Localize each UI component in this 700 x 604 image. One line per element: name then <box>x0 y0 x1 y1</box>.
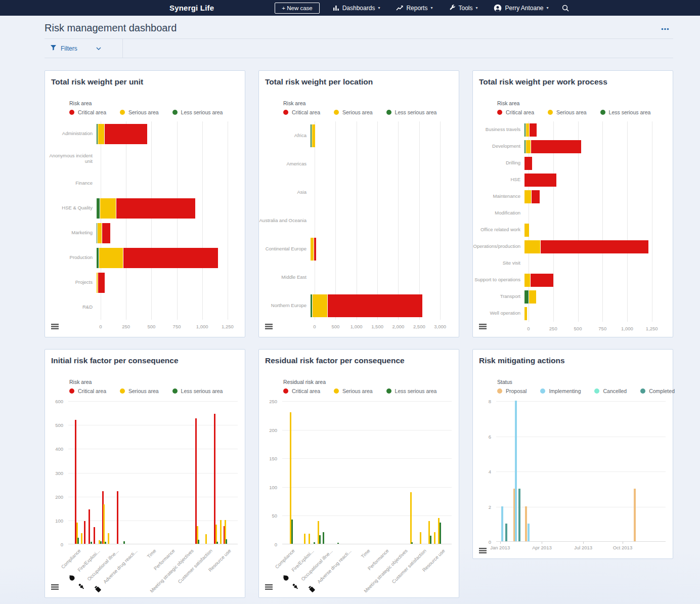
bar-segment-serious[interactable] <box>524 307 527 320</box>
bar-segment-serious[interactable] <box>524 190 531 203</box>
bar-segment-serious[interactable] <box>524 274 530 287</box>
bar-less-serious-area[interactable] <box>430 536 431 544</box>
bar-less-serious-area[interactable] <box>291 520 293 544</box>
legend-item-serious-area[interactable]: Serious area <box>120 388 159 394</box>
legend-item-critical-area[interactable]: Critical area <box>283 388 320 394</box>
bar-segment-serious[interactable] <box>529 290 536 304</box>
bar-less-serious-area[interactable] <box>216 542 218 544</box>
bar-less-serious-area[interactable] <box>319 535 321 544</box>
bar-serious-area[interactable] <box>309 534 310 544</box>
bar-serious-area[interactable] <box>304 534 305 544</box>
legend-item-critical-area[interactable]: Critical area <box>497 109 534 115</box>
bar-less-serious-area[interactable] <box>323 532 324 544</box>
bar-critical-area[interactable] <box>94 527 95 544</box>
hamburger-icon[interactable] <box>478 322 488 332</box>
menu-reports[interactable]: Reports ▾ <box>393 3 435 14</box>
bar-less-serious-area[interactable] <box>91 542 92 544</box>
bar-segment-critical[interactable] <box>524 174 556 187</box>
bar-serious-area[interactable] <box>420 532 421 544</box>
legend-item-critical-area[interactable]: Critical area <box>69 388 106 394</box>
bar-segment-critical[interactable] <box>531 140 581 153</box>
bar-proposal[interactable] <box>525 506 527 542</box>
bar-segment-serious[interactable] <box>100 198 116 219</box>
bar-segment-serious[interactable] <box>524 224 529 237</box>
bar-less-serious-area[interactable] <box>100 541 102 544</box>
bar-less-serious-area[interactable] <box>198 540 199 544</box>
bar-segment-critical[interactable] <box>524 157 532 170</box>
legend-item-critical-area[interactable]: Critical area <box>69 109 106 115</box>
bar-segment-critical[interactable] <box>116 198 195 219</box>
hamburger-icon[interactable] <box>50 583 60 592</box>
bar-segment-serious[interactable] <box>526 140 531 153</box>
bar-segment-serious[interactable] <box>312 294 328 317</box>
legend-item-less-serious-area[interactable]: Less serious area <box>172 109 223 115</box>
bar-proposal[interactable] <box>634 489 636 541</box>
legend-item-implementing[interactable]: Implementing <box>540 388 581 394</box>
bar-less-serious-area[interactable] <box>440 523 441 544</box>
bar-less-serious-area[interactable] <box>411 542 413 544</box>
bar-segment-critical[interactable] <box>540 240 648 253</box>
legend-item-critical-area[interactable]: Critical area <box>283 109 320 115</box>
hamburger-icon[interactable] <box>50 322 60 332</box>
menu-tools[interactable]: Tools ▾ <box>446 3 480 14</box>
bar-less-serious-area[interactable] <box>337 543 339 544</box>
bar-less-serious-area[interactable] <box>77 538 79 544</box>
legend-item-serious-area[interactable]: Serious area <box>334 109 373 115</box>
bar-serious-area[interactable] <box>215 525 217 544</box>
bar-completed[interactable] <box>518 489 520 541</box>
bar-segment-serious[interactable] <box>99 248 123 268</box>
menu-dashboards[interactable]: Dashboards ▾ <box>330 3 383 14</box>
legend-item-less-serious-area[interactable]: Less serious area <box>386 109 437 115</box>
bar-critical-area[interactable] <box>117 491 118 544</box>
legend-item-less-serious-area[interactable]: Less serious area <box>386 388 437 394</box>
hamburger-icon[interactable] <box>264 322 274 332</box>
bar-serious-area[interactable] <box>410 492 412 544</box>
menu-user[interactable]: Perry Antoane ▾ <box>491 2 551 14</box>
bar-segment-critical[interactable] <box>104 124 147 144</box>
bar-serious-area[interactable] <box>434 532 435 544</box>
legend-item-cancelled[interactable]: Cancelled <box>594 388 627 394</box>
bar-segment-less_serious[interactable] <box>524 290 529 304</box>
bar-segment-critical[interactable] <box>530 274 553 287</box>
bar-segment-critical[interactable] <box>98 273 105 293</box>
hamburger-icon[interactable] <box>264 583 274 592</box>
bar-serious-area[interactable] <box>81 533 82 544</box>
filters-button[interactable]: Filters <box>45 39 122 58</box>
bar-segment-critical[interactable] <box>529 123 537 137</box>
legend-item-proposal[interactable]: Proposal <box>497 388 527 394</box>
bar-serious-area[interactable] <box>220 520 222 544</box>
bar-segment-serious[interactable] <box>98 124 104 144</box>
legend-item-less-serious-area[interactable]: Less serious area <box>172 388 223 394</box>
legend-item-less-serious-area[interactable]: Less serious area <box>600 109 651 115</box>
ellipsis-icon[interactable] <box>657 22 673 34</box>
bar-less-serious-area[interactable] <box>314 542 315 544</box>
bar-segment-critical[interactable] <box>531 190 540 203</box>
bar-serious-area[interactable] <box>205 534 207 544</box>
new-case-button[interactable]: + New case <box>275 3 319 14</box>
bar-completed[interactable] <box>505 524 507 541</box>
hamburger-icon[interactable] <box>478 546 488 556</box>
bar-less-serious-area[interactable] <box>105 542 106 544</box>
bar-implementing[interactable] <box>501 506 503 542</box>
bar-segment-serious[interactable] <box>97 223 102 243</box>
bar-critical-area[interactable] <box>84 521 85 544</box>
bar-implementing[interactable] <box>528 524 530 541</box>
bar-segment-critical[interactable] <box>123 248 218 268</box>
legend-item-serious-area[interactable]: Serious area <box>120 109 159 115</box>
bar-serious-area[interactable] <box>103 504 105 544</box>
bar-segment-critical[interactable] <box>102 223 110 243</box>
search-icon[interactable] <box>560 3 571 14</box>
legend-item-completed[interactable]: Completed <box>640 388 675 394</box>
bar-segment-critical[interactable] <box>327 294 422 317</box>
bar-less-serious-area[interactable] <box>226 539 227 544</box>
bar-critical-area[interactable] <box>89 509 90 544</box>
bar-critical-area[interactable] <box>195 418 197 544</box>
bar-implementing[interactable] <box>515 401 517 541</box>
bar-segment-serious[interactable] <box>526 123 529 137</box>
bar-segment-serious[interactable] <box>524 240 540 253</box>
bar-segment-serious[interactable] <box>312 124 315 147</box>
legend-item-serious-area[interactable]: Serious area <box>548 109 587 115</box>
bar-less-serious-area[interactable] <box>123 541 125 544</box>
bar-serious-area[interactable] <box>108 533 109 544</box>
bar-segment-critical[interactable] <box>314 238 316 261</box>
